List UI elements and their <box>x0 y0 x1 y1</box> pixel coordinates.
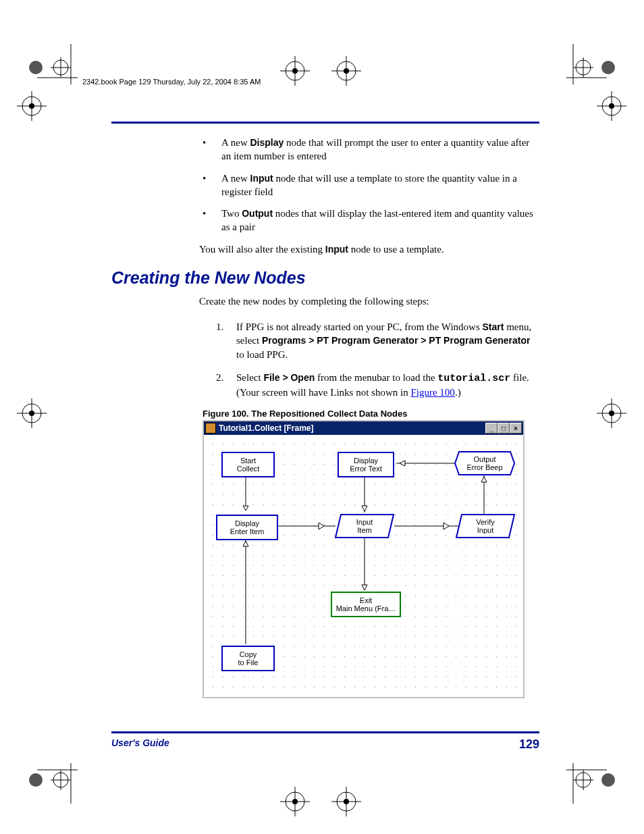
step-item: If PPG is not already started on your PC… <box>216 320 539 361</box>
text: .) <box>455 387 461 398</box>
node-label: to File <box>238 658 259 667</box>
minimize-button[interactable]: _ <box>485 423 498 434</box>
section-heading: Creating the New Nodes <box>111 268 539 288</box>
svg-point-17 <box>29 773 43 787</box>
node-label: Output <box>473 455 495 464</box>
text: Select <box>236 372 263 383</box>
svg-marker-71 <box>243 541 248 546</box>
node-output-error-beep[interactable]: OutputError Beep <box>458 452 512 475</box>
svg-point-32 <box>22 97 41 115</box>
crop-mark <box>566 743 627 804</box>
svg-point-20 <box>576 773 591 787</box>
svg-marker-67 <box>362 506 367 511</box>
svg-point-14 <box>53 773 68 787</box>
svg-marker-59 <box>319 523 324 529</box>
figure-window: Tutorial1.Collect [Frame] _ □ × <box>203 420 525 698</box>
node-label: Verify <box>476 518 495 527</box>
node-display-enter-item[interactable]: DisplayEnter Item <box>216 515 278 540</box>
bullet-item: A new Input node that will use a templat… <box>203 172 539 199</box>
svg-point-48 <box>286 61 304 80</box>
keyword: Start <box>483 321 504 332</box>
node-label: Enter Item <box>230 527 265 536</box>
svg-marker-57 <box>243 506 248 511</box>
keyword: Input <box>325 244 348 255</box>
window-title: Tutorial1.Collect [Frame] <box>219 423 313 433</box>
node-label: Start <box>240 457 256 465</box>
svg-point-52 <box>337 61 356 80</box>
text: If PPG is not already started on your PC… <box>236 321 483 332</box>
alter-paragraph: You will also alter the existing Input n… <box>199 242 539 256</box>
node-exit-main-menu[interactable]: ExitMain Menu (Fra… <box>331 592 401 617</box>
svg-point-5 <box>29 61 43 74</box>
node-label: Exit <box>360 596 372 605</box>
svg-point-24 <box>22 404 41 423</box>
filename: tutorial.scr <box>437 373 510 384</box>
crop-mark <box>280 53 361 90</box>
step-item: Select File > Open from the menubar to l… <box>216 371 539 400</box>
book-header-line: 2342.book Page 129 Thursday, July 22, 20… <box>82 78 261 86</box>
node-label: Collect <box>237 465 260 473</box>
crop-mark <box>590 88 627 125</box>
svg-point-2 <box>53 60 68 75</box>
intro-paragraph: Create the new nodes by completing the f… <box>199 294 539 308</box>
svg-marker-65 <box>400 461 405 466</box>
crop-mark <box>566 44 627 105</box>
node-label: Item <box>357 526 371 535</box>
svg-point-8 <box>576 60 591 75</box>
svg-point-28 <box>602 404 621 423</box>
bullet-item: A new Display node that will prompt the … <box>203 136 539 163</box>
svg-point-51 <box>292 68 298 74</box>
top-rule <box>111 122 539 124</box>
flowchart-canvas[interactable]: StartCollect DisplayError Text OutputErr… <box>204 435 520 697</box>
svg-point-40 <box>286 792 304 811</box>
node-label: Display <box>235 519 259 528</box>
node-label: Error Text <box>350 465 381 473</box>
bullet-item: Two Output nodes that will display the l… <box>203 207 539 234</box>
svg-marker-69 <box>362 585 367 590</box>
steps-list: If PPG is not already started on your PC… <box>216 320 539 399</box>
node-label: Error Beep <box>466 463 502 472</box>
text: Two <box>221 208 242 219</box>
node-verify-input[interactable]: VerifyInput <box>459 515 512 538</box>
text: node to use a template. <box>348 244 444 255</box>
text: You will also alter the existing <box>199 244 325 255</box>
crop-mark <box>17 44 78 105</box>
page-number: 129 <box>519 737 539 752</box>
menu-path: File > Open <box>263 372 315 383</box>
footer-title: User's Guide <box>111 737 169 752</box>
keyword: Display <box>250 137 284 148</box>
svg-point-11 <box>601 61 615 74</box>
intro-bullet-list: A new Display node that will prompt the … <box>203 136 539 234</box>
node-start-collect[interactable]: StartCollect <box>221 452 275 477</box>
keyword: Input <box>250 173 273 184</box>
crop-mark <box>590 395 627 432</box>
svg-marker-63 <box>481 477 487 482</box>
page-footer: User's Guide 129 <box>111 731 539 752</box>
close-button[interactable]: × <box>510 423 522 434</box>
svg-point-47 <box>344 799 349 804</box>
crop-mark <box>280 783 361 820</box>
svg-point-23 <box>601 773 615 787</box>
window-titlebar: Tutorial1.Collect [Frame] _ □ × <box>204 421 523 435</box>
crop-mark <box>17 743 78 804</box>
node-input-item[interactable]: InputItem <box>338 515 392 538</box>
node-label: Input <box>356 518 373 527</box>
svg-point-27 <box>29 411 34 416</box>
app-icon <box>205 423 216 434</box>
menu-path: Programs > PT Program Generator > PT Pro… <box>262 335 531 346</box>
node-label: Input <box>477 526 493 535</box>
figure-caption: Figure 100. The Repositioned Collect Dat… <box>203 409 539 419</box>
crop-mark <box>17 88 54 125</box>
text: from the menubar to load the <box>315 372 437 383</box>
maximize-button[interactable]: □ <box>498 423 510 434</box>
node-label: Main Menu (Fra… <box>336 604 396 613</box>
text: A new <box>221 173 250 184</box>
crop-mark <box>17 395 54 432</box>
figure-link[interactable]: Figure 100 <box>410 387 454 398</box>
node-copy-to-file[interactable]: Copyto File <box>221 646 275 671</box>
node-display-error-text[interactable]: DisplayError Text <box>338 452 394 477</box>
svg-point-35 <box>29 103 34 109</box>
svg-point-43 <box>292 799 298 804</box>
svg-point-44 <box>337 792 356 811</box>
node-label: Copy <box>240 650 257 659</box>
